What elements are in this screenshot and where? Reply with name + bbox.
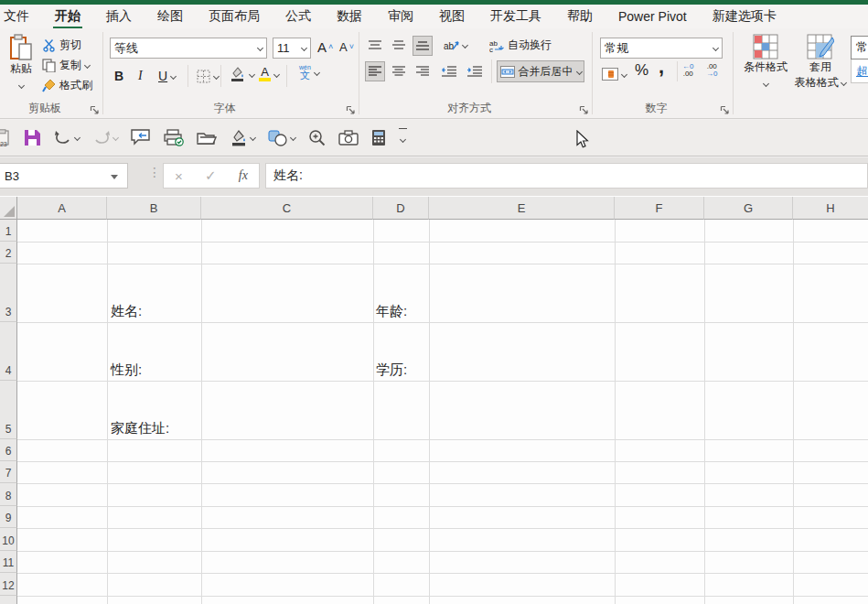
borders-button[interactable] <box>195 67 220 85</box>
qat-fill-color-button[interactable] <box>223 124 262 152</box>
align-top-button[interactable] <box>365 36 385 56</box>
italic-button[interactable]: I <box>136 67 145 85</box>
undo-button[interactable] <box>48 124 86 152</box>
column-header-c[interactable]: C <box>201 197 373 220</box>
tab-help[interactable]: 帮助 <box>554 5 605 28</box>
enter-entry-button[interactable]: ✓ <box>205 167 217 184</box>
tab-developer[interactable]: 开发工具 <box>477 5 554 28</box>
orientation-button[interactable]: ab <box>442 36 469 54</box>
font-dialog-launcher-icon[interactable] <box>346 105 356 115</box>
calculator-button[interactable] <box>365 124 392 152</box>
column-header-d[interactable]: D <box>373 197 429 220</box>
row-header-7[interactable]: 7 <box>0 461 17 483</box>
select-all-button[interactable] <box>0 197 17 220</box>
clipboard-dialog-launcher-icon[interactable] <box>90 105 100 115</box>
tab-review[interactable]: 审阅 <box>375 5 426 28</box>
row-header-8[interactable]: 8 <box>0 483 17 506</box>
column-header-b[interactable]: B <box>107 197 201 220</box>
row-header-3[interactable]: 3 <box>0 264 17 322</box>
decrease-indent-button[interactable] <box>438 61 460 81</box>
name-box[interactable]: B3 <box>0 163 128 189</box>
cell-b5[interactable]: 家庭住址: <box>111 419 169 437</box>
tab-file[interactable]: 文件 <box>0 5 42 28</box>
number-dialog-launcher-icon[interactable] <box>720 105 730 115</box>
tab-formulas[interactable]: 公式 <box>273 5 324 28</box>
wrap-text-button[interactable]: ab c 自动换行 <box>488 36 553 54</box>
font-name-combobox[interactable]: 等线 <box>110 38 267 59</box>
row-header-12[interactable]: 12 <box>0 573 17 596</box>
camera-button[interactable] <box>332 124 365 152</box>
cell-b4[interactable]: 性别: <box>111 361 142 379</box>
grow-font-button[interactable]: A˄ <box>316 38 335 56</box>
formula-input[interactable]: 姓名: <box>265 163 868 189</box>
shrink-font-button[interactable]: A˅ <box>338 38 356 56</box>
align-left-button[interactable] <box>365 61 385 81</box>
zoom-button[interactable] <box>302 124 332 152</box>
cancel-entry-button[interactable]: × <box>175 168 183 184</box>
row-header-1[interactable]: 1 <box>0 220 17 242</box>
row-header-4[interactable]: 4 <box>0 322 17 381</box>
fill-color-button[interactable] <box>228 65 256 83</box>
tab-new-tab[interactable]: 新建选项卡 <box>700 5 789 28</box>
increase-indent-button[interactable] <box>464 61 486 81</box>
tab-view[interactable]: 视图 <box>426 5 477 28</box>
formula-bar-handle[interactable]: ⋮ <box>148 165 160 179</box>
increase-indent-icon <box>467 66 482 77</box>
comma-style-button[interactable]: , <box>657 58 666 76</box>
save-button[interactable] <box>17 124 48 152</box>
row-header-6[interactable]: 6 <box>0 439 17 461</box>
cell-d4[interactable]: 学历: <box>376 361 407 379</box>
column-header-f[interactable]: F <box>615 197 704 220</box>
font-color-button[interactable]: A <box>257 65 281 83</box>
row-header-9[interactable]: 9 <box>0 506 17 528</box>
tab-power-pivot[interactable]: Power Pivot <box>605 5 700 27</box>
align-center-button[interactable] <box>389 61 409 81</box>
shapes-button[interactable] <box>262 124 302 152</box>
cut-button[interactable]: 剪切 <box>40 36 83 54</box>
column-header-h[interactable]: H <box>793 197 868 220</box>
cell-style-normal[interactable]: 常 <box>851 36 868 59</box>
cell-b3[interactable]: 姓名: <box>111 302 142 320</box>
row-header-5[interactable]: 5 <box>0 381 17 439</box>
insert-function-button[interactable]: fx <box>239 168 248 183</box>
align-bottom-button[interactable] <box>413 36 433 56</box>
cell-style-hyperlink[interactable]: 超 <box>851 59 868 83</box>
tab-home[interactable]: 开始 <box>42 5 93 28</box>
increase-decimal-button[interactable]: ←0 .00 <box>682 63 693 78</box>
cell-d3[interactable]: 年龄: <box>376 302 407 320</box>
merge-center-button[interactable]: 合并后居中 <box>497 60 584 82</box>
format-as-table-button[interactable]: 套用 表格格式 <box>794 34 847 91</box>
copy-button[interactable]: 复制 <box>40 56 91 74</box>
tab-page-layout[interactable]: 页面布局 <box>196 5 273 28</box>
accounting-format-button[interactable] <box>600 65 628 83</box>
bold-button[interactable]: B <box>113 67 125 85</box>
percent-style-button[interactable]: % <box>633 61 650 80</box>
decrease-decimal-button[interactable]: .00 →0 <box>706 63 717 78</box>
underline-button[interactable]: U <box>156 67 177 85</box>
tab-draw[interactable]: 绘图 <box>145 5 196 28</box>
font-size-combobox[interactable]: 11 <box>273 38 311 59</box>
tab-insert[interactable]: 插入 <box>93 5 145 28</box>
format-painter-button[interactable]: 格式刷 <box>40 76 94 94</box>
align-right-button[interactable] <box>413 61 433 81</box>
row-header-13[interactable] <box>0 596 17 604</box>
row-header-11[interactable]: 11 <box>0 551 17 573</box>
open-file-button[interactable] <box>190 124 223 152</box>
conditional-formatting-button[interactable]: 条件格式 <box>741 34 790 92</box>
row-header-2[interactable]: 2 <box>0 242 17 264</box>
overflow-icon <box>399 128 407 147</box>
redo-button[interactable] <box>86 124 124 152</box>
column-header-e[interactable]: E <box>429 197 615 220</box>
qat-overflow-button[interactable] <box>392 124 413 152</box>
align-middle-button[interactable] <box>389 36 409 56</box>
column-header-a[interactable]: A <box>17 197 107 220</box>
alignment-dialog-launcher-icon[interactable] <box>579 105 589 115</box>
paste-values-button[interactable]: 123 <box>0 124 17 152</box>
tab-data[interactable]: 数据 <box>324 5 375 28</box>
print-preview-button[interactable] <box>157 124 190 152</box>
column-header-g[interactable]: G <box>704 197 793 220</box>
row-header-10[interactable]: 10 <box>0 528 17 551</box>
phonetic-guide-button[interactable]: wén 文 <box>297 63 321 81</box>
new-comment-button[interactable] <box>124 124 157 152</box>
paste-button[interactable]: 粘贴 <box>5 34 37 93</box>
